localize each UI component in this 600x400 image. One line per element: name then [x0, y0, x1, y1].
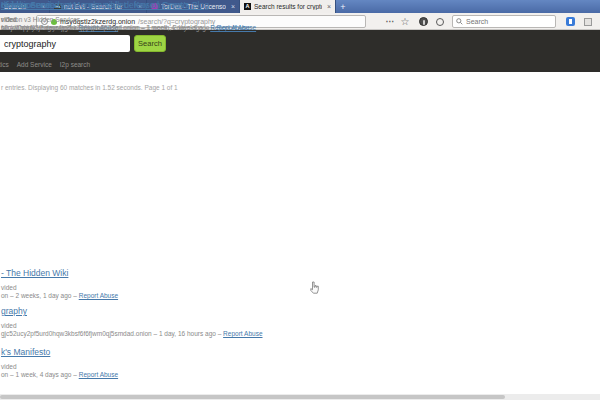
horizontal-scrollbar[interactable]	[0, 394, 600, 400]
result-description: vided	[1, 16, 580, 24]
scrollbar-thumb[interactable]	[0, 395, 505, 399]
result-title-link[interactable]: Hidden Service	[1, 0, 580, 13]
report-abuse-link[interactable]: Report Abuse	[223, 330, 262, 337]
site-nav: tics Add Service I2p search	[0, 61, 90, 68]
result-meta: on – 1 week, 4 days ago – Report Abuse	[1, 371, 580, 379]
result-meta: gjc52ucy2pf5urd0hqw3kbsf6f6fjwm0qj5smdad…	[1, 330, 580, 338]
result-meta: s2mw0rhr4i7rhagnzzjp3bzoq6kj6w264sqd.oni…	[1, 24, 580, 32]
result-description: vided	[1, 284, 580, 292]
result-url: on – 1 week, 4 days ago –	[1, 371, 79, 378]
menu-partial-icon[interactable]	[582, 15, 594, 28]
results-summary: r entries. Displaying 60 matches in 1.52…	[1, 84, 178, 91]
report-abuse-link[interactable]: Report Abuse	[79, 371, 118, 378]
nav-link-statistics[interactable]: tics	[0, 61, 9, 68]
result-title-link[interactable]: k's Manifesto	[1, 347, 580, 360]
site-search-button[interactable]: Search	[134, 35, 166, 52]
result-url: gjc52ucy2pf5urd0hqw3kbsf6f6fjwm0qj5smdad…	[1, 330, 223, 337]
search-result: - The Hidden Wiki vided on – 2 weeks, 1 …	[1, 268, 580, 300]
report-abuse-link[interactable]: Report Abuse	[79, 292, 118, 299]
result-title-link[interactable]: graphy	[1, 306, 580, 319]
result-description: vided	[1, 363, 580, 371]
mouse-cursor-icon	[309, 281, 320, 295]
result-meta: on – 2 weeks, 1 day ago – Report Abuse	[1, 292, 580, 300]
result-url: on – 2 weeks, 1 day ago –	[1, 292, 79, 299]
report-abuse-link[interactable]: Report Abuse	[210, 24, 249, 31]
nav-link-i2p-search[interactable]: I2p search	[60, 61, 90, 68]
search-result: k's Manifesto vided on – 1 week, 4 days …	[1, 347, 580, 379]
search-result: graphy vided gjc52ucy2pf5urd0hqw3kbsf6f6…	[1, 306, 580, 338]
nav-link-add-service[interactable]: Add Service	[17, 61, 52, 68]
result-description: vided	[1, 322, 580, 330]
site-header: Search tics Add Service I2p search	[0, 30, 600, 72]
site-search-input[interactable]	[0, 35, 130, 52]
search-result: Hidden Service	[1, 0, 580, 16]
result-url: s2mw0rhr4i7rhagnzzjp3bzoq6kj6w264sqd.oni…	[1, 24, 210, 31]
result-title-link[interactable]: - The Hidden Wiki	[1, 268, 580, 281]
